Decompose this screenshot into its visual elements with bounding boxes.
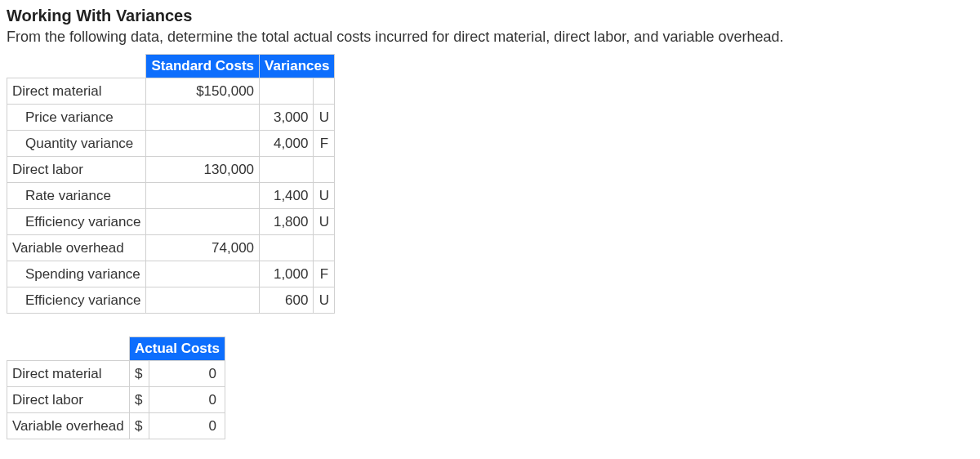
table-row: Direct labor130,000 — [7, 157, 335, 183]
row-label: Direct material — [7, 361, 130, 387]
variance-amount-cell — [260, 235, 314, 261]
row-label: Direct material — [7, 78, 146, 105]
row-label: Quantity variance — [7, 131, 146, 157]
table-row: Variable overhead$0 — [7, 413, 225, 439]
header-standard-costs: Standard Costs — [146, 55, 260, 78]
variance-flag-cell: U — [314, 287, 335, 314]
row-label: Price variance — [7, 105, 146, 131]
actual-cost-input[interactable]: 0 — [149, 413, 225, 439]
variance-flag-cell: U — [314, 105, 335, 131]
actual-costs-table: Actual Costs Direct material$0Direct lab… — [7, 336, 225, 439]
standard-cost-cell — [146, 287, 260, 314]
row-label: Efficiency variance — [7, 209, 146, 235]
variance-amount-cell — [260, 78, 314, 105]
currency-symbol: $ — [130, 361, 149, 387]
table-row: Direct material$0 — [7, 361, 225, 387]
variance-flag-cell — [314, 235, 335, 261]
variance-flag-cell: U — [314, 183, 335, 209]
variance-amount-cell: 1,400 — [260, 183, 314, 209]
table-row: Spending variance1,000F — [7, 261, 335, 287]
row-label: Direct labor — [7, 387, 130, 413]
table-row: Rate variance1,400U — [7, 183, 335, 209]
variance-amount-cell — [260, 157, 314, 183]
table-row: Efficiency variance600U — [7, 287, 335, 314]
variance-amount-cell: 1,000 — [260, 261, 314, 287]
empty-header — [7, 55, 146, 78]
variance-flag-cell: F — [314, 131, 335, 157]
table-row: Price variance3,000U — [7, 105, 335, 131]
table-row: Quantity variance4,000F — [7, 131, 335, 157]
variance-amount-cell: 4,000 — [260, 131, 314, 157]
header-variances: Variances — [260, 55, 335, 78]
standard-cost-cell: $150,000 — [146, 78, 260, 105]
variance-flag-cell: U — [314, 209, 335, 235]
variances-table: Standard Costs Variances Direct material… — [7, 54, 335, 314]
table-row: Variable overhead74,000 — [7, 235, 335, 261]
variance-flag-cell — [314, 157, 335, 183]
row-label: Variable overhead — [7, 413, 130, 439]
row-label: Rate variance — [7, 183, 146, 209]
variance-flag-cell: F — [314, 261, 335, 287]
standard-cost-cell — [146, 183, 260, 209]
row-label: Direct labor — [7, 157, 146, 183]
actual-cost-input[interactable]: 0 — [149, 361, 225, 387]
variance-amount-cell: 3,000 — [260, 105, 314, 131]
row-label: Variable overhead — [7, 235, 146, 261]
currency-symbol: $ — [130, 387, 149, 413]
standard-cost-cell — [146, 131, 260, 157]
row-label: Spending variance — [7, 261, 146, 287]
standard-cost-cell: 130,000 — [146, 157, 260, 183]
page-title: Working With Variances — [7, 7, 973, 25]
instructions-text: From the following data, determine the t… — [7, 29, 973, 46]
standard-cost-cell — [146, 105, 260, 131]
standard-cost-cell — [146, 209, 260, 235]
table-row: Direct labor$0 — [7, 387, 225, 413]
currency-symbol: $ — [130, 413, 149, 439]
variance-amount-cell: 1,800 — [260, 209, 314, 235]
standard-cost-cell — [146, 261, 260, 287]
actual-cost-input[interactable]: 0 — [149, 387, 225, 413]
standard-cost-cell: 74,000 — [146, 235, 260, 261]
table-row: Direct material$150,000 — [7, 78, 335, 105]
row-label: Efficiency variance — [7, 287, 146, 314]
variance-amount-cell: 600 — [260, 287, 314, 314]
empty-header — [7, 337, 130, 361]
header-actual-costs: Actual Costs — [130, 337, 225, 361]
table-row: Efficiency variance1,800U — [7, 209, 335, 235]
variance-flag-cell — [314, 78, 335, 105]
